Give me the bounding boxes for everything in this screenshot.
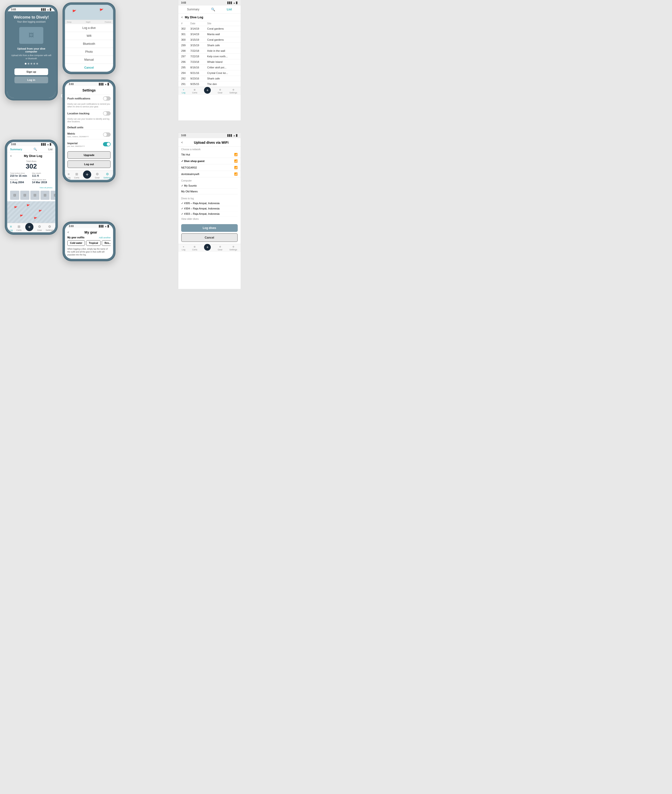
back-arrow-3[interactable]: < [10, 154, 12, 158]
tab-gear[interactable]: ⚙ Gear [37, 225, 42, 231]
view-all-photos[interactable]: View all photos [40, 186, 53, 189]
dive-row-291[interactable]: 2919/25/15The den [178, 81, 241, 87]
wifi-dives-container: ✓ #305 – Raja Ampat, Indonesia✓ #304 – R… [181, 201, 238, 217]
upgrade-button[interactable]: Upgrade [67, 151, 111, 159]
col-site: Site [207, 22, 238, 25]
panel-back[interactable]: < [181, 16, 183, 19]
wifi-tab-settings[interactable]: ⚙ Settings [229, 245, 237, 251]
panel-tab-settings[interactable]: ⚙ Settings [229, 88, 237, 94]
tab-gear-label: Gear [37, 229, 42, 231]
metric-toggle[interactable] [103, 132, 111, 137]
tab-log-4[interactable]: ≡ Log [67, 172, 70, 179]
dive-row-300[interactable]: 3003/15/19Coral gardens [178, 37, 241, 43]
dive-to-log[interactable]: ✓ #303 – Raja Ampat, Indonesia [181, 212, 238, 217]
log-dives-button[interactable]: Log dives [181, 224, 238, 232]
network-dive-shop-guest[interactable]: ✓ Dive shop guest📶 [178, 158, 241, 164]
status-bar-4: 3:03 ▋▋▋▲▊ [65, 82, 113, 86]
panel-search-icon[interactable]: 🔍 [211, 8, 215, 11]
dives-to-log-label: Dives to log [181, 197, 238, 200]
dive-row-295[interactable]: 2958/16/16Critter atoll poi... [178, 65, 241, 70]
photo-2[interactable]: 🖼 [20, 191, 29, 200]
photo-5[interactable]: 🖼 [51, 191, 55, 200]
stat-first-dive: First dive 1 Aug 2004 [10, 179, 30, 184]
search-icon[interactable]: 🔍 [34, 148, 37, 151]
option-manual[interactable]: Manual [65, 56, 113, 64]
wifi-settings-label: Settings [229, 249, 237, 251]
computer-my-old-mares[interactable]: My Old Mares [181, 189, 238, 194]
dot-1 [25, 63, 26, 64]
logout-button[interactable]: Log out [67, 160, 111, 168]
settings-phone: 3:03 ▋▋▋▲▊ Settings Push notifications D… [62, 79, 115, 182]
tab-bar-3: ≡ Log ⊞ Certs + ⚙ Gear ⚙ Settings [7, 223, 55, 232]
wifi-computers-container: ✓ My SuuntoMy Old Mares [181, 183, 238, 194]
chip-res[interactable]: Res... [102, 240, 111, 246]
wifi-tab-certs[interactable]: ⊞ Certs [192, 245, 198, 251]
dive-to-log[interactable]: ✓ #304 – Raja Ampat, Indonesia [181, 206, 238, 212]
network-tiki-hut[interactable]: Tiki Hut📶 [178, 151, 241, 158]
dive-row-298[interactable]: 2987/22/18Hole in the wall [178, 48, 241, 54]
back-arrow-5[interactable]: < [67, 231, 69, 234]
wifi-tab-add[interactable]: + [204, 246, 211, 250]
push-notifications-toggle[interactable] [103, 96, 111, 101]
computer-my-suunto[interactable]: ✓ My Suunto [181, 183, 238, 189]
panel-dive-list: 3:03 ▋▋▋▲▊ Summary 🔍 List < My Dive Log … [178, 0, 241, 120]
map-pin-3: 🚩 [38, 210, 42, 213]
view-older-dives[interactable]: View older dives [181, 217, 238, 222]
option-log-dive[interactable]: Log a dive [65, 24, 113, 32]
location-tracking-toggle[interactable] [103, 111, 111, 115]
settings-icon-3: ⚙ [48, 225, 51, 228]
network-dontstealmywifi[interactable]: dontstealmywifi📶 [178, 171, 241, 177]
photo-3[interactable]: 🖼 [30, 191, 40, 200]
dive-row-296[interactable]: 2967/23/18Whale Island [178, 59, 241, 65]
dive-row-297[interactable]: 2977/22/18Kelp cove north... [178, 54, 241, 59]
tab-add-dive[interactable]: + [25, 225, 34, 231]
status-icons-panel: ▋▋▋▲▊ [227, 2, 238, 4]
option-wifi[interactable]: Wifi [65, 32, 113, 40]
tab-log[interactable]: ≡ Log [9, 225, 13, 231]
network-netgear02[interactable]: NETGEAR02📶 [178, 164, 241, 171]
dive-row-301[interactable]: 3013/14/19Manta wall [178, 32, 241, 37]
panel-tab-log[interactable]: ≡ Log [182, 88, 185, 94]
dive-row-299[interactable]: 2993/15/19Shark cafe [178, 43, 241, 48]
tab-settings[interactable]: ⚙ Settings [46, 225, 54, 231]
tab-certs[interactable]: ⊞ Certs [16, 225, 22, 231]
panel-tab-add[interactable]: + [204, 89, 211, 94]
panel-list-tab[interactable]: List [227, 8, 232, 11]
tab-add-dive-4[interactable]: + [83, 172, 91, 179]
option-bluetooth[interactable]: Bluetooth [65, 40, 113, 48]
welcome-screen: Welcome to Dively! Your dive logging ass… [7, 11, 55, 98]
cancel-wifi-button[interactable]: Cancel [181, 233, 238, 242]
upload-options-list: Log a dive Wifi Bluetooth Photo Manual C… [65, 24, 113, 72]
tab-settings-4[interactable]: ⚙ Settings [104, 172, 111, 179]
panel-tab-certs[interactable]: ⊞ Certs [192, 88, 198, 94]
photo-4[interactable]: 🖼 [40, 191, 50, 200]
wifi-tab-log[interactable]: ≡ Log [182, 245, 185, 251]
photo-1[interactable]: 🖼 [10, 191, 19, 200]
wifi-back[interactable]: < [181, 141, 183, 144]
tab-certs-4[interactable]: ⊞ Certs [74, 172, 79, 179]
stats-grid: Total bottom time 210 hr 15 min Max dept… [7, 170, 55, 186]
chip-cold-water[interactable]: Cold water [67, 240, 85, 246]
list-tab[interactable]: List [48, 148, 53, 151]
option-photo[interactable]: Photo [65, 48, 113, 56]
imperial-toggle[interactable] [103, 142, 111, 146]
signup-button[interactable]: Sign up [14, 68, 48, 75]
chip-tropical[interactable]: Tropical [86, 240, 101, 246]
log-icon: ≡ [10, 225, 12, 228]
panel-tab-gear[interactable]: ⚙ Gear [218, 88, 222, 94]
tab-gear-4[interactable]: ⚙ Gear [95, 172, 99, 179]
dive-row-292[interactable]: 2929/23/16Shark cafe [178, 76, 241, 81]
summary-tab[interactable]: Summary [10, 148, 22, 151]
dive-row-294[interactable]: 2949/21/16Crystal Cove ke... [178, 70, 241, 76]
add-another-link[interactable]: Add another [99, 236, 111, 239]
wifi-tab-gear[interactable]: ⚙ Gear [218, 245, 222, 251]
map-pin-2: 🚩 [26, 204, 30, 207]
panel-summary-tab[interactable]: Summary [187, 8, 199, 11]
divelog-title-row: < My Dive Log [7, 152, 55, 159]
status-night: Night [86, 21, 90, 23]
login-button[interactable]: Log in [14, 77, 48, 83]
dive-row-302[interactable]: 3023/14/19Coral gardens [178, 26, 241, 32]
wifi-log-icon: ≡ [183, 245, 184, 248]
option-cancel[interactable]: Cancel [65, 64, 113, 72]
dive-to-log[interactable]: ✓ #305 – Raja Ampat, Indonesia [181, 201, 238, 206]
